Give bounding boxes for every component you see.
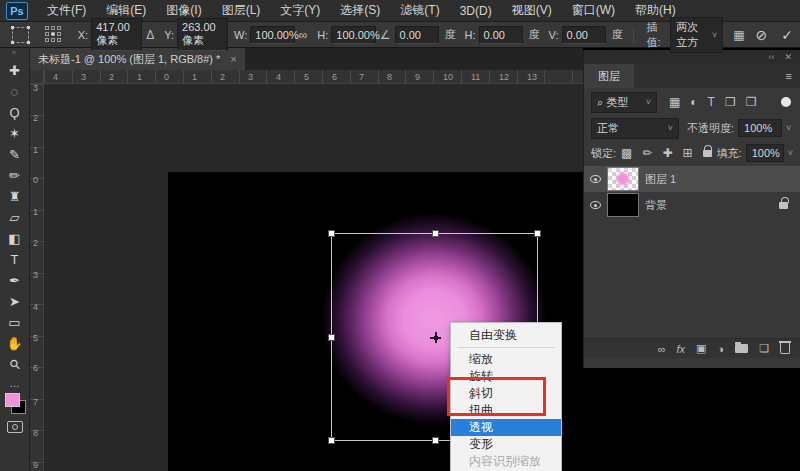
eyedropper-tool[interactable]: ✎ bbox=[2, 144, 28, 165]
menu-view[interactable]: 视图(V) bbox=[503, 0, 561, 21]
menu-item-free-transform[interactable]: 自由变换 bbox=[451, 327, 561, 344]
move-tool[interactable]: ✚ bbox=[2, 60, 28, 81]
menu-select[interactable]: 选择(S) bbox=[331, 0, 389, 21]
visibility-eye-icon[interactable] bbox=[590, 175, 601, 183]
eraser-tool[interactable]: ▱ bbox=[2, 207, 28, 228]
panel-grip[interactable]: » bbox=[12, 48, 17, 60]
commit-transform-button[interactable]: ✓ bbox=[781, 27, 793, 43]
menu-3d[interactable]: 3D(D) bbox=[451, 2, 501, 20]
h-skew-degree-label: 度 bbox=[529, 27, 540, 42]
menu-type[interactable]: 文字(Y) bbox=[271, 0, 329, 21]
vertical-ruler[interactable]: 3 2 1 0 1 2 3 4 5 6 7 8 9 bbox=[30, 84, 44, 471]
menu-file[interactable]: 文件(F) bbox=[38, 0, 95, 21]
visibility-eye-icon[interactable] bbox=[590, 201, 601, 209]
chevron-down-icon[interactable]: ˅ bbox=[786, 123, 791, 133]
ruler-corner bbox=[30, 70, 44, 84]
layer-effects-icon[interactable]: fx bbox=[677, 343, 686, 355]
gradient-tool[interactable]: ◧ bbox=[2, 228, 28, 249]
filter-adjustment-layers-icon[interactable]: ◐ bbox=[690, 95, 697, 109]
link-layers-icon[interactable]: ∞ bbox=[658, 343, 666, 355]
menu-window[interactable]: 窗口(W) bbox=[563, 0, 624, 21]
brush-tool[interactable]: ✏ bbox=[2, 165, 28, 186]
filter-type-select[interactable]: ⌕ 类型 ˅ bbox=[591, 92, 657, 113]
layer-thumbnail[interactable] bbox=[607, 193, 639, 217]
color-swatches[interactable] bbox=[4, 393, 26, 413]
ruler-number: 0 bbox=[164, 72, 169, 82]
layer-name[interactable]: 背景 bbox=[645, 198, 667, 213]
close-panel-icon[interactable]: ✕ bbox=[784, 52, 792, 62]
document-tab[interactable]: 未标题-1 @ 100% (图层 1, RGB/8#) * × bbox=[30, 48, 245, 70]
transform-handle-ne[interactable] bbox=[534, 230, 541, 237]
transform-handle-n[interactable] bbox=[432, 230, 439, 237]
new-group-icon[interactable] bbox=[735, 344, 748, 353]
width-field[interactable]: 100.00% bbox=[250, 26, 294, 44]
menu-item-perspective[interactable]: 透视 bbox=[451, 419, 561, 436]
layer-mask-icon[interactable]: ▣ bbox=[696, 342, 706, 355]
layers-tab[interactable]: 图层 bbox=[584, 64, 634, 88]
search-icon: ⌕ bbox=[597, 96, 603, 108]
rotate-field[interactable]: 0.00 bbox=[395, 26, 439, 44]
ruler-number: 3 bbox=[81, 72, 86, 82]
foreground-color-swatch[interactable] bbox=[5, 393, 20, 407]
layer-thumbnail[interactable] bbox=[607, 167, 639, 191]
magic-wand-tool[interactable]: ✶ bbox=[2, 123, 28, 144]
lock-pixels-icon[interactable]: ✏ bbox=[642, 146, 652, 160]
v-skew-field[interactable]: 0.00 bbox=[562, 26, 606, 44]
lock-all-icon[interactable] bbox=[703, 150, 712, 157]
layer-row-layer1[interactable]: 图层 1 bbox=[584, 166, 800, 192]
h-skew-field[interactable]: 0.00 bbox=[479, 26, 523, 44]
interpolation-select[interactable]: 两次立方 ˅ bbox=[670, 17, 723, 53]
lasso-tool[interactable]: Ϙ bbox=[2, 102, 28, 123]
filter-pixel-layers-icon[interactable]: ▦ bbox=[669, 95, 680, 109]
transform-handle-w[interactable] bbox=[328, 334, 335, 341]
horizontal-ruler[interactable]: 4 3 2 1 0 1 2 3 4 5 6 7 8 9 10 11 12 13 bbox=[44, 70, 583, 84]
filter-smart-objects-icon[interactable]: ❐ bbox=[746, 95, 757, 109]
link-dimensions-icon[interactable]: ∞ bbox=[299, 28, 308, 42]
x-position-field[interactable]: 417.00 像素 bbox=[91, 18, 142, 51]
transform-handle-s[interactable] bbox=[432, 437, 439, 444]
layer-row-background[interactable]: 背景 bbox=[584, 192, 800, 218]
blend-mode-select[interactable]: 正常 ˅ bbox=[591, 118, 679, 139]
marquee-tool[interactable]: ◌ bbox=[2, 81, 28, 102]
lock-artboard-icon[interactable]: ⊞ bbox=[683, 146, 693, 160]
filter-toggle[interactable] bbox=[781, 97, 791, 107]
transform-center-crosshair[interactable] bbox=[430, 332, 441, 343]
pen-tool[interactable]: ✒ bbox=[2, 270, 28, 291]
cancel-transform-button[interactable]: ⊘ bbox=[756, 27, 768, 43]
delete-layer-icon[interactable] bbox=[780, 343, 790, 354]
lock-position-icon[interactable]: ✚ bbox=[662, 146, 672, 160]
height-field[interactable]: 100.00% bbox=[331, 26, 375, 44]
reference-point-locator[interactable] bbox=[45, 26, 62, 43]
warp-mode-toggle-icon[interactable]: ▦ bbox=[733, 28, 744, 42]
ruler-number: 8 bbox=[33, 428, 38, 438]
path-select-tool[interactable]: ➤ bbox=[2, 291, 28, 312]
chevron-down-icon[interactable]: ˅ bbox=[788, 148, 793, 158]
transform-handle-sw[interactable] bbox=[328, 437, 335, 444]
filter-shape-layers-icon[interactable]: ❒ bbox=[725, 95, 736, 109]
quick-mask-icon[interactable] bbox=[7, 421, 23, 433]
type-tool[interactable]: T bbox=[2, 249, 28, 270]
layer-name[interactable]: 图层 1 bbox=[645, 172, 676, 187]
options-bar: X: 417.00 像素 Δ Y: 263.00 像素 W: 100.00% ∞… bbox=[0, 22, 800, 48]
width-label: W: bbox=[234, 29, 247, 41]
y-position-field[interactable]: 263.00 像素 bbox=[177, 18, 228, 51]
red-annotation-box bbox=[447, 377, 546, 416]
close-tab-icon[interactable]: × bbox=[230, 53, 236, 65]
opacity-value[interactable]: 100% bbox=[738, 119, 782, 137]
ruler-number: 9 bbox=[33, 460, 38, 470]
fill-value[interactable]: 100% bbox=[746, 144, 784, 162]
lock-transparency-icon[interactable]: ▩ bbox=[621, 146, 632, 160]
transform-handle-nw[interactable] bbox=[328, 230, 335, 237]
relative-position-icon[interactable]: Δ bbox=[146, 28, 154, 42]
menu-item-warp[interactable]: 变形 bbox=[451, 436, 561, 453]
new-layer-icon[interactable]: ❏ bbox=[759, 342, 769, 355]
filter-type-layers-icon[interactable]: T bbox=[708, 95, 715, 109]
collapse-panel-icon[interactable]: ‹‹ bbox=[768, 52, 774, 62]
adjustment-layer-icon[interactable]: ◑ bbox=[717, 343, 724, 355]
clone-stamp-tool[interactable]: ♜ bbox=[2, 186, 28, 207]
menu-filter[interactable]: 滤镜(T) bbox=[391, 0, 448, 21]
menu-item-scale[interactable]: 缩放 bbox=[451, 351, 561, 368]
ruler-number: 3 bbox=[248, 72, 253, 82]
panel-menu-icon[interactable]: ≡ bbox=[786, 70, 792, 82]
shape-tool[interactable]: ▭ bbox=[2, 312, 28, 333]
